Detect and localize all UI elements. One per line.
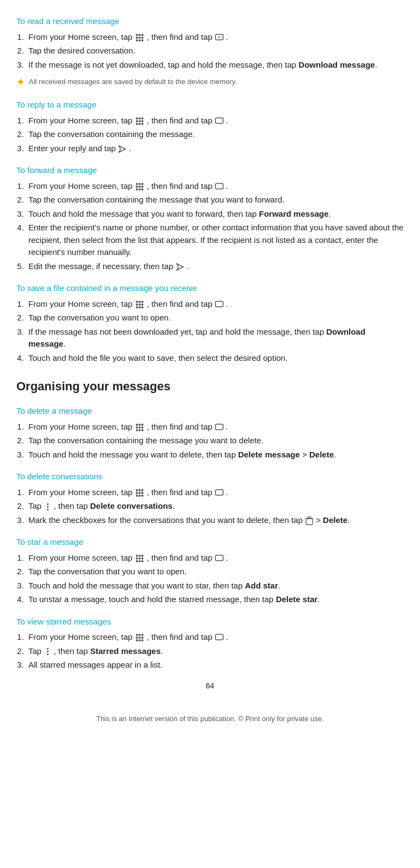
svg-point-53	[136, 489, 138, 491]
step-3: Enter your reply and tap .	[26, 142, 404, 155]
svg-point-60	[139, 495, 141, 497]
svg-point-29	[139, 188, 141, 191]
app-icon	[135, 116, 145, 126]
step-4: To unstar a message, touch and hold the …	[26, 593, 404, 606]
svg-point-56	[136, 492, 138, 494]
svg-rect-62	[215, 490, 223, 495]
svg-point-72	[136, 560, 138, 562]
svg-rect-52	[215, 424, 223, 430]
svg-point-17	[136, 123, 138, 125]
svg-point-78	[141, 634, 143, 636]
step-3: Touch and hold the message that you want…	[26, 580, 404, 592]
svg-point-12	[139, 117, 141, 120]
svg-point-58	[141, 492, 143, 494]
page-content: To read a received message From your Hom…	[16, 15, 404, 724]
msg-icon	[215, 554, 224, 563]
dots-icon	[44, 647, 51, 657]
section-star-message: To star a message From your Home screen,…	[16, 536, 404, 606]
svg-point-51	[141, 429, 143, 431]
svg-point-13	[141, 117, 143, 120]
step-2: Tap the conversation containing the mess…	[26, 435, 404, 447]
msg-icon	[215, 489, 224, 497]
msg-icon	[215, 633, 224, 642]
svg-point-67	[139, 555, 141, 557]
svg-point-14	[136, 120, 138, 122]
step-3: All starred messages appear in a list.	[26, 659, 404, 671]
steps-forward: From your Home screen, tap , then find a…	[26, 180, 404, 273]
step-5: Edit the message, if necessary, then tap…	[26, 260, 404, 273]
msg-icon	[215, 423, 224, 432]
section-reply: To reply to a message From your Home scr…	[16, 99, 404, 154]
footer: This is an Internet version of this publ…	[16, 714, 404, 724]
svg-point-44	[139, 424, 141, 426]
svg-point-50	[139, 429, 141, 431]
svg-point-8	[141, 39, 143, 41]
section-heading-reply: To reply to a message	[16, 99, 404, 111]
section-read-received: To read a received message From your Hom…	[16, 15, 404, 89]
dots-icon	[44, 502, 51, 512]
svg-point-45	[141, 424, 143, 426]
svg-marker-21	[119, 146, 125, 152]
step-2: Tap , then tap Starred messages.	[26, 645, 404, 658]
section-view-starred: To view starred messages From your Home …	[16, 616, 404, 671]
step-1: From your Home screen, tap , then find a…	[26, 180, 404, 193]
svg-point-37	[139, 304, 141, 306]
svg-point-15	[139, 120, 141, 122]
tip-icon: ✦	[16, 76, 25, 89]
svg-point-16	[141, 120, 143, 122]
svg-point-84	[141, 639, 143, 641]
svg-point-61	[141, 495, 143, 497]
svg-point-19	[141, 123, 143, 125]
svg-point-6	[136, 39, 138, 41]
svg-point-0	[136, 34, 138, 36]
section-heading-forward: To forward a message	[16, 164, 404, 177]
msg-icon	[215, 300, 224, 309]
svg-point-41	[141, 306, 143, 308]
steps-reply: From your Home screen, tap , then find a…	[26, 115, 404, 155]
section-heading-view-starred: To view starred messages	[16, 616, 404, 628]
svg-text:✉: ✉	[218, 35, 221, 39]
svg-point-54	[139, 489, 141, 491]
svg-point-30	[141, 188, 143, 191]
svg-point-70	[139, 557, 141, 560]
msg-icon	[215, 182, 224, 191]
page-number: 64	[16, 680, 404, 692]
section-delete-message: To delete a message From your Home scree…	[16, 405, 404, 461]
svg-rect-85	[215, 634, 223, 640]
app-icon	[135, 554, 145, 563]
section-heading-read-received: To read a received message	[16, 15, 404, 28]
svg-point-46	[136, 426, 138, 429]
svg-point-18	[139, 123, 141, 125]
svg-point-33	[136, 301, 138, 303]
svg-marker-32	[177, 264, 183, 270]
svg-point-25	[136, 186, 138, 188]
step-3: If the message has not been downloaded y…	[26, 326, 404, 350]
svg-point-5	[141, 37, 143, 39]
svg-point-81	[141, 637, 143, 639]
step-2: Tap the conversation containing the mess…	[26, 194, 404, 206]
section-heading-delete-conversations: To delete conversations	[16, 471, 404, 483]
big-heading: Organising your messages	[16, 377, 404, 395]
step-1: From your Home screen, tap , then find a…	[26, 486, 404, 499]
svg-point-57	[139, 492, 141, 494]
step-3: Touch and hold the message that you want…	[26, 208, 404, 221]
send-icon	[118, 145, 127, 153]
step-2: Tap the conversation that you want to op…	[26, 566, 404, 578]
steps-delete-conversations: From your Home screen, tap , then find a…	[26, 486, 404, 527]
send-icon	[176, 263, 184, 271]
step-3: Mark the checkboxes for the conversation…	[26, 514, 404, 527]
svg-point-27	[141, 186, 143, 188]
steps-save-file: From your Home screen, tap , then find a…	[26, 298, 404, 365]
step-1: From your Home screen, tap , then find a…	[26, 115, 404, 127]
step-3: If the message is not yet downloaded, ta…	[26, 59, 404, 72]
app-icon	[135, 423, 145, 432]
svg-point-26	[139, 186, 141, 188]
tip-text: All received messages are saved by defau…	[29, 76, 237, 87]
svg-point-59	[136, 495, 138, 497]
svg-point-47	[139, 426, 141, 429]
section-forward: To forward a message From your Home scre…	[16, 164, 404, 272]
svg-point-7	[139, 39, 141, 41]
svg-point-22	[136, 183, 138, 185]
svg-point-2	[141, 34, 143, 36]
section-heading-save-file: To save a file contained in a message yo…	[16, 282, 404, 295]
